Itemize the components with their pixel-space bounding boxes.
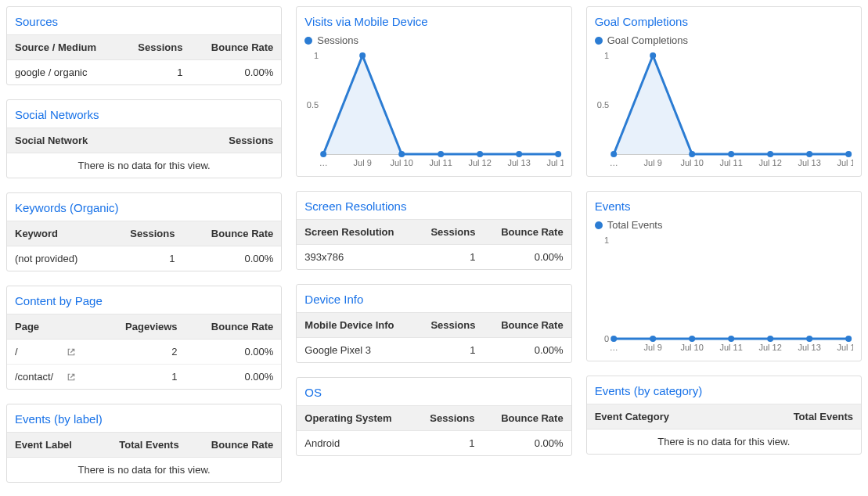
chart-legend: Goal Completions bbox=[587, 34, 861, 51]
dashboard: Sources Source / Medium Sessions Bounce … bbox=[0, 0, 868, 489]
legend-label: Total Events bbox=[607, 219, 663, 231]
svg-point-42 bbox=[806, 336, 812, 342]
card-keywords-organic: Keywords (Organic) Keyword Sessions Boun… bbox=[6, 192, 282, 271]
column-3: Goal Completions Goal Completions 0.51…J… bbox=[586, 6, 862, 483]
table-row: /contact/ 1 0.00% bbox=[7, 365, 281, 390]
col-header: Keyword bbox=[7, 221, 106, 246]
card-events-by-label: Events (by label) Event Label Total Even… bbox=[6, 404, 282, 483]
svg-text:…: … bbox=[609, 158, 618, 167]
col-header: Bounce Rate bbox=[182, 221, 281, 246]
events-category-table: Event Category Total Events bbox=[587, 404, 861, 430]
col-header: Operating System bbox=[297, 406, 413, 431]
table-row: google / organic 1 0.00% bbox=[7, 60, 281, 85]
svg-text:Jul 9: Jul 9 bbox=[643, 158, 661, 167]
card-os: OS Operating System Sessions Bounce Rate… bbox=[296, 377, 571, 456]
svg-point-26 bbox=[845, 151, 852, 157]
svg-text:Jul 13: Jul 13 bbox=[508, 158, 531, 167]
col-header: Bounce Rate bbox=[185, 314, 282, 340]
column-1: Sources Source / Medium Sessions Bounce … bbox=[6, 6, 282, 483]
col-header: Pageviews bbox=[102, 314, 185, 340]
cell: / bbox=[7, 340, 102, 365]
card-title: Sources bbox=[7, 7, 281, 34]
card-title: Events (by label) bbox=[7, 404, 281, 432]
svg-text:Jul 12: Jul 12 bbox=[758, 158, 781, 167]
cell: 0.00% bbox=[190, 60, 281, 85]
svg-text:Jul 11: Jul 11 bbox=[430, 158, 452, 167]
social-table: Social Network Sessions bbox=[7, 128, 281, 153]
content-table: Page Pageviews Bounce Rate / bbox=[7, 314, 281, 389]
chart-area[interactable]: 0.51…Jul 9Jul 10Jul 11Jul 12Jul 13Jul 14 bbox=[297, 51, 571, 176]
svg-text:Jul 13: Jul 13 bbox=[798, 158, 820, 167]
col-header: Social Network bbox=[7, 128, 170, 153]
col-header: Bounce Rate bbox=[483, 313, 571, 338]
svg-point-6 bbox=[438, 151, 444, 157]
cell: 0.00% bbox=[483, 338, 571, 363]
legend-dot-icon bbox=[595, 221, 603, 229]
col-header: Page bbox=[7, 314, 102, 340]
svg-text:Jul 14: Jul 14 bbox=[837, 158, 853, 167]
svg-text:…: … bbox=[319, 158, 328, 167]
no-data-message: There is no data for this view. bbox=[587, 430, 861, 454]
svg-point-9 bbox=[555, 151, 561, 157]
svg-text:…: … bbox=[609, 343, 618, 352]
svg-text:Jul 12: Jul 12 bbox=[469, 158, 492, 167]
svg-text:0.5: 0.5 bbox=[307, 100, 319, 110]
chart-legend: Sessions bbox=[297, 34, 571, 51]
col-header: Source / Medium bbox=[7, 35, 121, 60]
svg-text:0.5: 0.5 bbox=[597, 100, 609, 110]
svg-text:Jul 10: Jul 10 bbox=[680, 343, 703, 352]
table-row: (not provided) 1 0.00% bbox=[7, 246, 281, 271]
col-header: Sessions bbox=[170, 128, 281, 153]
col-header: Sessions bbox=[106, 221, 183, 246]
svg-text:Jul 11: Jul 11 bbox=[719, 158, 742, 167]
page-path: /contact/ bbox=[15, 371, 62, 383]
sources-table: Source / Medium Sessions Bounce Rate goo… bbox=[7, 34, 281, 84]
card-title: Events (by category) bbox=[587, 376, 861, 404]
svg-point-21 bbox=[650, 52, 656, 59]
keywords-table: Keyword Sessions Bounce Rate (not provid… bbox=[7, 221, 281, 271]
open-in-new-icon[interactable] bbox=[67, 347, 76, 357]
col-header: Bounce Rate bbox=[187, 433, 282, 458]
svg-text:Jul 10: Jul 10 bbox=[391, 158, 413, 167]
page-path: / bbox=[15, 346, 62, 358]
card-title: Goal Completions bbox=[587, 7, 861, 34]
table-row: Android 1 0.00% bbox=[297, 431, 571, 456]
chart-area[interactable]: 01…Jul 9Jul 10Jul 11Jul 12Jul 13Jul 14 bbox=[587, 235, 861, 361]
svg-point-22 bbox=[689, 151, 695, 157]
table-row: 393x786 1 0.00% bbox=[297, 245, 571, 270]
cell: 1 bbox=[106, 246, 183, 271]
svg-point-39 bbox=[689, 336, 695, 342]
card-title: Screen Resolutions bbox=[297, 192, 571, 219]
device-info-table: Mobile Device Info Sessions Bounce Rate … bbox=[297, 312, 571, 362]
cell: 1 bbox=[121, 60, 191, 85]
cell: 1 bbox=[102, 365, 185, 390]
card-title: Content by Page bbox=[7, 286, 281, 314]
col-header: Bounce Rate bbox=[482, 406, 571, 431]
open-in-new-icon[interactable] bbox=[67, 372, 76, 382]
svg-point-8 bbox=[516, 151, 522, 157]
cell: (not provided) bbox=[7, 246, 106, 271]
svg-text:Jul 12: Jul 12 bbox=[758, 343, 781, 352]
svg-point-37 bbox=[610, 336, 617, 342]
cell: google / organic bbox=[7, 60, 121, 85]
svg-point-24 bbox=[767, 151, 773, 157]
no-data-message: There is no data for this view. bbox=[7, 458, 281, 482]
cell: 393x786 bbox=[297, 245, 415, 270]
col-header: Sessions bbox=[121, 35, 191, 60]
cell: 0.00% bbox=[185, 340, 282, 365]
card-events: Events Total Events 01…Jul 9Jul 10Jul 11… bbox=[586, 191, 862, 361]
svg-text:1: 1 bbox=[314, 51, 319, 60]
table-row: Google Pixel 3 1 0.00% bbox=[297, 338, 571, 363]
cell: 0.00% bbox=[182, 246, 281, 271]
svg-text:Jul 9: Jul 9 bbox=[354, 158, 372, 167]
chart-area[interactable]: 0.51…Jul 9Jul 10Jul 11Jul 12Jul 13Jul 14 bbox=[587, 51, 861, 176]
cell: Google Pixel 3 bbox=[297, 338, 415, 363]
svg-point-40 bbox=[728, 336, 734, 342]
cell: 1 bbox=[416, 245, 484, 270]
col-header: Mobile Device Info bbox=[297, 313, 415, 338]
svg-text:0: 0 bbox=[604, 334, 609, 343]
legend-dot-icon bbox=[595, 37, 603, 45]
card-sources: Sources Source / Medium Sessions Bounce … bbox=[6, 6, 282, 85]
svg-point-7 bbox=[477, 151, 483, 157]
svg-text:Jul 9: Jul 9 bbox=[643, 343, 661, 352]
